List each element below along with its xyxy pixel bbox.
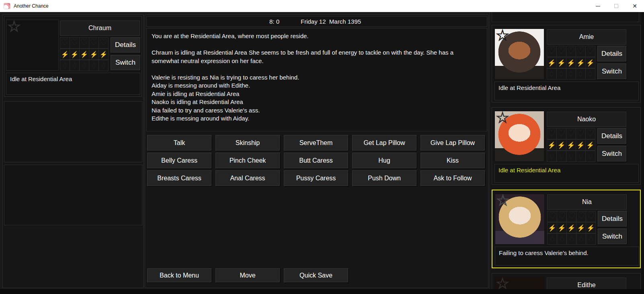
- companion-card-edithe: ☆Edithe♡♡♡♡♡⚡⚡⚡⚡⚡♢♢♢♢♢DetailsSwitch: [492, 273, 641, 289]
- breasts-caress-button[interactable]: Breasts Caress: [147, 170, 211, 186]
- time-date-header: 8: 0 Friday 12 March 1395: [146, 16, 487, 27]
- nia-stats: ♡♡♡♡♡⚡⚡⚡⚡⚡♢♢♢♢♢: [547, 211, 597, 245]
- hug-button[interactable]: Hug: [352, 153, 416, 168]
- heart-stat-cell: ♡: [547, 211, 557, 222]
- diamond-stat-cell: ♢: [576, 151, 586, 162]
- heart-stat-cell: ♡: [566, 46, 576, 57]
- belly-caress-button[interactable]: Belly Caress: [147, 153, 211, 168]
- naoko-switch-button[interactable]: Switch: [597, 146, 626, 161]
- narrative-line: Aiday is messing around with Edithe.: [152, 82, 482, 90]
- heart-icon: ♡: [557, 45, 566, 56]
- main-area: ☆ Chraum ♡♡♡♡♡⚡⚡⚡⚡⚡♢♢♢♢♢ Details Switch …: [0, 12, 644, 289]
- bolt-stat-row: ⚡⚡⚡⚡⚡: [547, 222, 597, 233]
- window-controls: ✕: [589, 0, 644, 12]
- favorite-star-icon: ☆: [496, 111, 509, 126]
- heart-icon: ♡: [80, 37, 88, 48]
- favorite-star-icon: ☆: [496, 277, 509, 289]
- amie-status: Idle at Residential Area: [494, 82, 639, 100]
- bolt-icon: ⚡: [567, 59, 575, 67]
- companion-card-naoko: ☆Naoko♡♡♡♡♡⚡⚡⚡⚡⚡♢♢♢♢♢DetailsSwitchIdle a…: [492, 107, 641, 185]
- bolt-stat-cell: ⚡: [79, 49, 89, 60]
- skinship-button[interactable]: Skinship: [215, 135, 280, 151]
- heart-stat-cell: ♡: [98, 37, 109, 49]
- get-lap-pillow-button[interactable]: Get Lap Pillow: [352, 135, 416, 151]
- bolt-icon: ⚡: [567, 141, 575, 149]
- anal-caress-button[interactable]: Anal Caress: [215, 170, 280, 186]
- push-down-button[interactable]: Push Down: [352, 170, 416, 186]
- diamond-icon: ♢: [62, 61, 68, 70]
- diamond-icon: ♢: [587, 152, 594, 161]
- bolt-stat-cell: ⚡: [586, 222, 596, 233]
- diamond-icon: ♢: [587, 69, 594, 79]
- player-stats: ♡♡♡♡♡⚡⚡⚡⚡⚡♢♢♢♢♢: [60, 37, 110, 71]
- player-portrait: ☆: [6, 20, 59, 71]
- diamond-stat-cell: ♢: [566, 233, 576, 245]
- bolt-stat-cell: ⚡: [98, 49, 109, 60]
- heart-icon: ♡: [90, 37, 98, 48]
- bolt-stat-row: ⚡⚡⚡⚡⚡: [60, 49, 110, 60]
- maximize-button[interactable]: [607, 0, 626, 12]
- bolt-stat-cell: ⚡: [566, 57, 576, 68]
- bolt-icon: ⚡: [100, 51, 108, 58]
- player-details-button[interactable]: Details: [111, 37, 140, 53]
- companions-panel: ☆Amie♡♡♡♡♡⚡⚡⚡⚡⚡♢♢♢♢♢DetailsSwitchIdle at…: [490, 12, 641, 289]
- player-status: Idle at Residential Area: [6, 73, 140, 95]
- empty-slot-box: [4, 101, 142, 162]
- narrative-textbox: You are at the Residential Area, where m…: [146, 28, 487, 131]
- pussy-caress-button[interactable]: Pussy Caress: [284, 170, 348, 186]
- empty-slot-box: [4, 165, 142, 225]
- bolt-stat-cell: ⚡: [566, 222, 576, 233]
- ask-to-follow-button[interactable]: Ask to Follow: [420, 170, 485, 186]
- narrative-line: Amie is idling at Residential Area: [152, 90, 482, 98]
- diamond-stat-row: ♢♢♢♢♢: [547, 151, 597, 162]
- diamond-stat-cell: ♢: [98, 60, 109, 71]
- servethem-button[interactable]: ServeThem: [284, 135, 348, 151]
- heart-icon: ♡: [586, 128, 595, 139]
- butt-caress-button[interactable]: Butt Caress: [284, 153, 348, 168]
- naoko-name: Naoko: [547, 112, 626, 127]
- diamond-icon: ♢: [568, 152, 574, 161]
- nia-switch-button[interactable]: Switch: [598, 229, 627, 244]
- diamond-stat-cell: ♢: [547, 68, 557, 80]
- close-button[interactable]: ✕: [626, 0, 644, 12]
- back-to-menu-button[interactable]: Back to Menu: [147, 268, 211, 282]
- bolt-icon: ⚡: [577, 141, 585, 149]
- amie-details-button[interactable]: Details: [597, 46, 626, 61]
- heart-stat-row: ♡♡♡♡♡: [547, 46, 597, 57]
- amie-switch-button[interactable]: Switch: [597, 63, 626, 79]
- bolt-stat-cell: ⚡: [547, 57, 557, 68]
- bolt-icon: ⚡: [587, 224, 595, 232]
- bolt-icon: ⚡: [548, 224, 556, 232]
- naoko-details-button[interactable]: Details: [597, 128, 626, 144]
- heart-icon: ♡: [558, 210, 566, 221]
- player-switch-button[interactable]: Switch: [111, 55, 140, 70]
- talk-button[interactable]: Talk: [147, 135, 211, 151]
- narrative-blank-line: [152, 65, 482, 74]
- companion-card-amie: ☆Amie♡♡♡♡♡⚡⚡⚡⚡⚡♢♢♢♢♢DetailsSwitchIdle at…: [492, 25, 641, 102]
- heart-stat-cell: ♡: [557, 211, 567, 222]
- diamond-icon: ♢: [568, 69, 574, 79]
- kiss-button[interactable]: Kiss: [420, 153, 485, 168]
- heart-icon: ♡: [70, 37, 79, 48]
- player-card: ☆ Chraum ♡♡♡♡♡⚡⚡⚡⚡⚡♢♢♢♢♢ Details Switch …: [4, 16, 142, 97]
- bolt-icon: ⚡: [61, 51, 69, 58]
- naoko-status: Idle at Residential Area: [494, 164, 639, 183]
- diamond-stat-cell: ♢: [556, 151, 566, 162]
- quick-save-button[interactable]: Quick Save: [284, 268, 348, 282]
- time-value: 8: 0: [269, 18, 279, 25]
- minimize-button[interactable]: [589, 0, 607, 12]
- nia-details-button[interactable]: Details: [598, 211, 627, 227]
- heart-icon: ♡: [61, 37, 69, 48]
- bolt-stat-cell: ⚡: [556, 57, 566, 68]
- bolt-stat-cell: ⚡: [547, 139, 557, 151]
- move-button[interactable]: Move: [215, 268, 280, 282]
- favorite-star-icon: ☆: [496, 29, 509, 43]
- bolt-stat-cell: ⚡: [576, 57, 586, 68]
- bolt-icon: ⚡: [577, 59, 585, 67]
- narrative-line: Nia failed to try and caress Valerie's a…: [152, 106, 482, 115]
- edithe-name: Edithe: [547, 278, 626, 289]
- pinch-cheek-button[interactable]: Pinch Cheek: [215, 153, 280, 168]
- give-lap-pillow-button[interactable]: Give Lap Pillow: [420, 135, 485, 151]
- diamond-stat-cell: ♢: [586, 233, 596, 245]
- companion-status-partial: [492, 12, 639, 22]
